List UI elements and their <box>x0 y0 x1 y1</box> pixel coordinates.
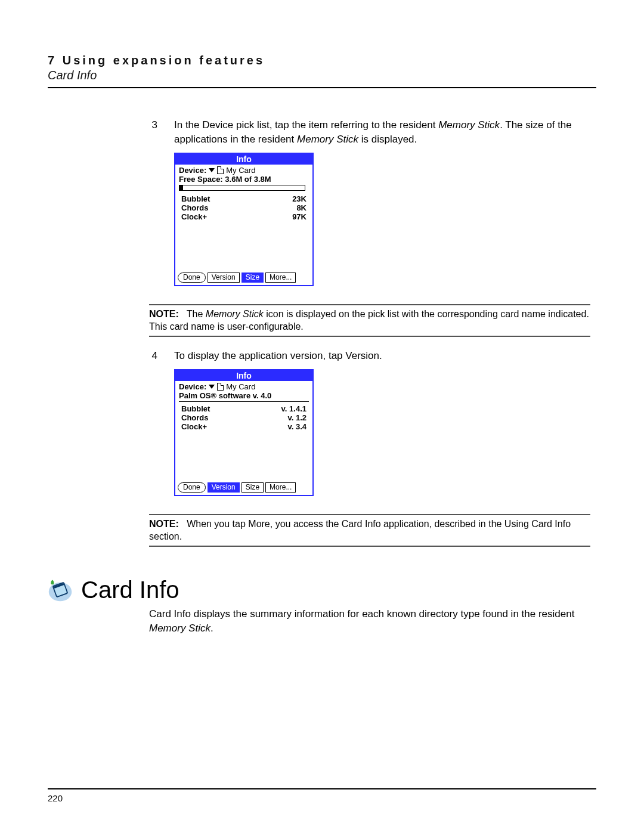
tab-version[interactable]: Version <box>208 482 240 493</box>
app-list: Bubblet23K Chords8K Clock+97K <box>179 193 309 222</box>
step-4: 4 To display the application version, ta… <box>149 349 590 363</box>
device-value: My Card <box>226 166 255 175</box>
section-line: Card Info <box>48 69 596 82</box>
page-footer: 220 <box>48 788 596 803</box>
list-item: Chordsv. 1.2 <box>181 413 306 422</box>
chapter-title: Using expansion features <box>63 54 265 67</box>
palm-info-size-dialog: Info Device: My Card Free Space: 3.6M of… <box>174 153 314 286</box>
done-button[interactable]: Done <box>178 482 206 493</box>
note-label: NOTE: <box>149 309 179 319</box>
dialog-title: Info <box>175 370 312 381</box>
device-label: Device: <box>179 382 206 391</box>
app-list: Bubbletv. 1.4.1 Chordsv. 1.2 Clock+v. 3.… <box>179 403 309 432</box>
done-button[interactable]: Done <box>178 272 206 283</box>
free-space-bar-fill <box>179 185 183 190</box>
step-number: 3 <box>149 118 157 132</box>
note-rule-bottom <box>149 336 590 337</box>
step-3: 3 In the Device pick list, tap the item … <box>149 118 590 147</box>
palm-info-version-dialog: Info Device: My Card Palm OS® software v… <box>174 369 314 496</box>
list-item: Clock+v. 3.4 <box>181 422 306 431</box>
note-block: NOTE: When you tap More, you access the … <box>149 515 590 546</box>
section-intro-para: Card Info displays the summary informati… <box>149 607 590 636</box>
chapter-number: 7 <box>48 54 57 67</box>
note-rule-bottom <box>149 546 590 547</box>
section-header: Card Info <box>48 577 596 603</box>
card-info-icon <box>48 577 73 602</box>
tab-version[interactable]: Version <box>208 272 240 283</box>
step-text: In the Device pick list, tap the item re… <box>174 118 590 147</box>
device-picklist[interactable]: Device: My Card <box>179 382 309 391</box>
device-value: My Card <box>226 382 255 391</box>
list-item: Bubbletv. 1.4.1 <box>181 404 306 413</box>
section-heading: Card Info <box>81 577 179 603</box>
tab-size[interactable]: Size <box>242 272 264 283</box>
free-space-label: Free Space: 3.6M of 3.8M <box>179 175 309 184</box>
chevron-down-icon <box>209 168 215 172</box>
list-item: Clock+97K <box>181 212 306 221</box>
list-item: Bubblet23K <box>181 194 306 203</box>
device-picklist[interactable]: Device: My Card <box>179 166 309 175</box>
memory-stick-icon <box>217 383 224 391</box>
dialog-title: Info <box>175 154 312 165</box>
header-rule <box>48 87 596 88</box>
page-number: 220 <box>48 793 63 803</box>
tab-more[interactable]: More... <box>265 482 296 493</box>
device-label: Device: <box>179 166 206 175</box>
chevron-down-icon <box>209 385 215 389</box>
tab-more[interactable]: More... <box>265 272 296 283</box>
free-space-bar <box>179 185 305 191</box>
os-version-label: Palm OS® software v. 4.0 <box>179 391 309 400</box>
note-block: NOTE: The Memory Stick icon is displayed… <box>149 305 590 336</box>
list-item: Chords8K <box>181 203 306 212</box>
tab-size[interactable]: Size <box>242 482 264 493</box>
running-header: 7 Using expansion features Card Info <box>48 54 596 88</box>
step-number: 4 <box>149 349 157 363</box>
step-text: To display the application version, tap … <box>174 349 382 363</box>
note-label: NOTE: <box>149 519 179 529</box>
memory-stick-icon <box>217 166 224 174</box>
